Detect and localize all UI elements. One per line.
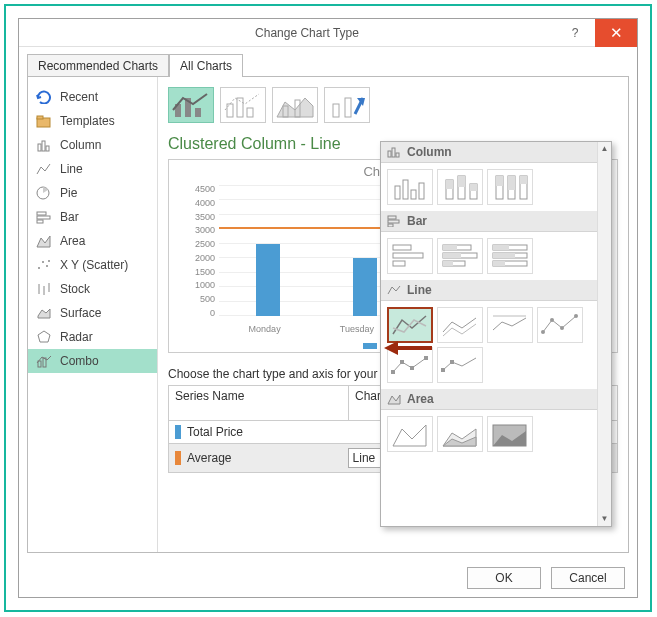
svg-marker-18 [38, 331, 50, 342]
sidebar-item-column[interactable]: Column [28, 133, 157, 157]
charttype-100-stacked-line-markers[interactable] [437, 347, 483, 383]
popup-scrollbar[interactable]: ▲ ▼ [597, 142, 611, 526]
svg-point-13 [48, 260, 50, 262]
charttype-100-stacked-bar[interactable] [487, 238, 533, 274]
popup-section-label: Line [407, 283, 432, 297]
column-icon [387, 146, 401, 158]
svg-rect-55 [393, 253, 423, 258]
subtype-stacked-area-column[interactable] [272, 87, 318, 123]
svg-rect-56 [393, 261, 405, 266]
tab-recommended-charts[interactable]: Recommended Charts [27, 54, 169, 77]
sidebar-item-label: Templates [60, 114, 115, 128]
sidebar-item-label: Surface [60, 306, 101, 320]
series-swatch-orange [175, 451, 181, 465]
sidebar-item-recent[interactable]: Recent [28, 85, 157, 109]
area-icon [36, 234, 52, 248]
subtype-clustered-column-line[interactable] [168, 87, 214, 123]
svg-point-11 [42, 261, 44, 263]
svg-rect-66 [493, 253, 515, 258]
charttype-clustered-bar[interactable] [387, 238, 433, 274]
charttype-stacked-line[interactable] [437, 307, 483, 343]
svg-rect-6 [37, 212, 46, 215]
help-button[interactable]: ? [555, 19, 595, 47]
sidebar-item-radar[interactable]: Radar [28, 325, 157, 349]
svg-rect-64 [493, 245, 509, 250]
charttype-line-markers[interactable] [537, 307, 583, 343]
window-title: Change Chart Type [59, 26, 555, 40]
svg-rect-4 [46, 146, 49, 151]
sidebar-item-bar[interactable]: Bar [28, 205, 157, 229]
svg-rect-54 [393, 245, 411, 250]
sidebar-item-label: Pie [60, 186, 77, 200]
svg-rect-46 [496, 176, 503, 186]
svg-point-10 [38, 267, 40, 269]
cancel-button[interactable]: Cancel [551, 567, 625, 589]
svg-rect-40 [446, 180, 453, 189]
svg-rect-78 [450, 360, 454, 364]
sidebar-item-label: Combo [60, 354, 99, 368]
svg-point-72 [574, 314, 578, 318]
scroll-up-icon[interactable]: ▲ [598, 142, 611, 156]
svg-point-69 [541, 330, 545, 334]
subtype-clustered-column-line-secondary[interactable] [220, 87, 266, 123]
svg-rect-38 [419, 183, 424, 199]
svg-rect-52 [388, 220, 399, 223]
svg-rect-36 [403, 180, 408, 199]
titlebar: Change Chart Type ? ✕ [19, 19, 637, 47]
sidebar-item-stock[interactable]: Stock [28, 277, 157, 301]
svg-marker-80 [393, 425, 426, 446]
bar-icon [36, 210, 52, 224]
svg-rect-26 [247, 108, 253, 117]
sidebar-item-pie[interactable]: Pie [28, 181, 157, 205]
charttype-clustered-column[interactable] [387, 169, 433, 205]
charttype-100-stacked-area[interactable] [487, 416, 533, 452]
svg-rect-2 [38, 144, 41, 151]
sidebar-item-scatter[interactable]: X Y (Scatter) [28, 253, 157, 277]
annotation-arrow-icon [384, 337, 434, 362]
charttype-stacked-bar[interactable] [437, 238, 483, 274]
charttype-100-stacked-column[interactable] [487, 169, 533, 205]
scatter-icon [36, 258, 52, 272]
svg-marker-17 [38, 309, 50, 318]
charttype-stacked-area[interactable] [437, 416, 483, 452]
surface-icon [36, 306, 52, 320]
svg-point-12 [46, 265, 48, 267]
dialog-content: Recent Templates Column Line Pie Bar [27, 76, 629, 553]
sidebar-item-label: Line [60, 162, 83, 176]
svg-rect-37 [411, 190, 416, 199]
sidebar-item-label: Recent [60, 90, 98, 104]
charttype-100-stacked-line[interactable] [487, 307, 533, 343]
sidebar-item-label: Radar [60, 330, 93, 344]
svg-rect-3 [42, 141, 45, 151]
line-icon [36, 162, 52, 176]
sidebar-item-line[interactable]: Line [28, 157, 157, 181]
svg-rect-31 [345, 98, 351, 117]
tab-all-charts[interactable]: All Charts [169, 54, 243, 77]
svg-rect-75 [410, 366, 414, 370]
sidebar-item-surface[interactable]: Surface [28, 301, 157, 325]
sidebar-item-combo[interactable]: Combo [28, 349, 157, 373]
charttype-area[interactable] [387, 416, 433, 452]
stock-icon [36, 282, 52, 296]
sidebar-item-templates[interactable]: Templates [28, 109, 157, 133]
svg-rect-33 [392, 148, 395, 157]
tabstrip: Recommended Charts All Charts [19, 47, 637, 76]
svg-rect-32 [388, 151, 391, 157]
subtype-custom-combo[interactable] [324, 87, 370, 123]
svg-rect-7 [37, 216, 50, 219]
charttype-stacked-column[interactable] [437, 169, 483, 205]
sidebar-item-label: X Y (Scatter) [60, 258, 128, 272]
scroll-down-icon[interactable]: ▼ [598, 512, 611, 526]
series-name-label: Average [187, 451, 231, 465]
recent-icon [36, 90, 52, 104]
svg-rect-1 [37, 116, 43, 119]
close-button[interactable]: ✕ [595, 19, 637, 47]
svg-rect-77 [441, 368, 445, 372]
chart-type-value: Line [353, 451, 376, 465]
svg-point-70 [550, 318, 554, 322]
sidebar-item-area[interactable]: Area [28, 229, 157, 253]
ok-button[interactable]: OK [467, 567, 541, 589]
series-swatch-blue [175, 425, 181, 439]
popup-section-label: Bar [407, 214, 427, 228]
popup-section-column: Column [381, 142, 611, 163]
